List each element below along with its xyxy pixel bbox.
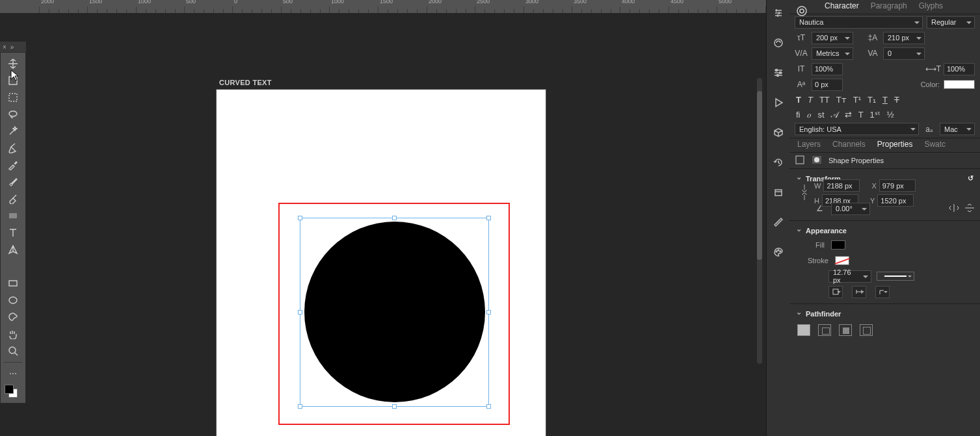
eraser-tool[interactable] (2, 190, 24, 207)
y-field[interactable]: 1520 px (877, 194, 914, 207)
marquee-tool[interactable] (2, 89, 24, 106)
half-icon[interactable]: ½ (887, 110, 894, 120)
brush-tool[interactable] (2, 173, 24, 190)
bold-icon[interactable]: T (796, 95, 801, 105)
reset-transform-icon[interactable]: ↺ (968, 174, 973, 183)
stroke-align-select[interactable] (828, 286, 843, 298)
mask-icon (812, 155, 822, 167)
subscript-icon[interactable]: T₁ (867, 95, 876, 105)
tab-swatches[interactable]: Swatc (924, 140, 946, 149)
pf-unite[interactable] (797, 324, 810, 336)
svg-point-14 (780, 251, 781, 252)
stroke-swatch[interactable] (835, 256, 849, 265)
stroke-caps-select[interactable] (852, 286, 866, 298)
scrollbar-thumb[interactable] (757, 91, 762, 260)
play-icon[interactable] (772, 96, 785, 109)
fractions-icon[interactable]: T (858, 110, 864, 120)
italic-icon[interactable]: T (808, 95, 813, 105)
color-swatches[interactable] (1, 382, 25, 403)
angle-field[interactable]: 0.00° (831, 203, 870, 215)
eyedropper-tool[interactable] (2, 157, 24, 173)
palette-icon[interactable] (772, 246, 785, 259)
antialias-select[interactable]: Mac (940, 123, 975, 135)
baseline-icon: Aª (795, 80, 808, 89)
language-select[interactable]: English: USA (795, 123, 919, 135)
svg-point-15 (797, 6, 806, 16)
pf-subtract[interactable] (818, 324, 831, 336)
link-wh-icon[interactable] (801, 182, 808, 205)
allcaps-icon[interactable]: TT (819, 95, 830, 105)
font-size-field[interactable]: 200 px (812, 32, 853, 44)
presets-icon[interactable] (772, 186, 785, 199)
measure-icon[interactable] (772, 216, 785, 229)
tab-paragraph[interactable]: Paragraph (871, 1, 907, 10)
close-icon[interactable]: × (3, 44, 7, 51)
superscript-icon[interactable]: T¹ (853, 95, 861, 105)
vertical-scrollbar[interactable] (757, 78, 762, 364)
flip-h-icon[interactable] (949, 203, 959, 214)
tab-glyphs[interactable]: Glyphs (919, 1, 943, 10)
appearance-header[interactable]: Appearance (789, 224, 980, 237)
libraries-icon[interactable] (772, 36, 785, 49)
cube-3d-icon[interactable] (772, 126, 785, 139)
kerning-field[interactable]: Metrics (812, 47, 853, 60)
ellipse-tool[interactable] (2, 292, 24, 309)
artboard-tool[interactable] (2, 72, 24, 89)
lasso-tool[interactable] (2, 106, 24, 123)
font-family-select[interactable]: Nautica (795, 16, 923, 29)
magic-wand-tool[interactable] (2, 123, 24, 140)
settings-sliders-icon[interactable] (772, 66, 785, 79)
hscale-field[interactable]: 100% (944, 63, 975, 75)
leading-field[interactable]: 210 px (883, 32, 925, 44)
ordinal-icon[interactable]: 𝑜 (807, 110, 812, 120)
pathfinder-header[interactable]: Pathfinder (789, 307, 980, 320)
ligature-icon[interactable]: fi (796, 110, 801, 120)
smallcaps-icon[interactable]: Tᴛ (836, 95, 847, 105)
tab-properties[interactable]: Properties (877, 140, 913, 149)
tracking-field[interactable]: 0 (883, 47, 925, 60)
pf-exclude[interactable] (860, 324, 873, 336)
move-tool[interactable] (2, 55, 24, 72)
rectangle-tool[interactable] (2, 275, 24, 292)
zoom-tool[interactable] (2, 342, 24, 359)
horizontal-ruler[interactable]: 2000150010005000500100015002000250030003… (0, 0, 766, 13)
x-field[interactable]: 979 px (879, 179, 916, 192)
width-field[interactable]: 2188 px (823, 179, 860, 192)
font-style-select[interactable]: Regular (927, 16, 975, 29)
titling-icon[interactable]: ⇄ (845, 110, 852, 120)
edit-toolbar-icon[interactable]: ⋯ (2, 365, 24, 382)
fill-swatch[interactable] (831, 240, 845, 250)
first-icon[interactable]: 1ˢᵗ (870, 110, 881, 120)
pen-tool-icon[interactable] (2, 140, 24, 157)
text-color-swatch[interactable] (944, 80, 975, 89)
expand-icon[interactable]: » (10, 44, 14, 51)
stroke-style-select[interactable] (877, 272, 914, 281)
strike-icon[interactable]: T (894, 95, 899, 105)
tab-character[interactable]: Character (825, 1, 859, 10)
leading-icon: ‡A (866, 33, 879, 42)
x-label: X (871, 182, 876, 190)
type-tool[interactable] (2, 224, 24, 241)
vscale-field[interactable]: 100% (812, 63, 843, 75)
baseline-field[interactable]: 0 px (812, 79, 843, 91)
tracking-icon: VA (866, 49, 879, 58)
tab-channels[interactable]: Channels (832, 140, 866, 149)
tab-layers[interactable]: Layers (797, 140, 821, 149)
pf-intersect[interactable] (839, 324, 852, 336)
swash-icon[interactable]: 𝒜 (831, 110, 838, 120)
hand-tool[interactable] (2, 326, 24, 342)
path-selection-tool[interactable] (2, 258, 24, 275)
svg-point-9 (779, 72, 781, 74)
toolbox-header[interactable]: × » (0, 42, 26, 52)
gradient-tool[interactable] (2, 207, 24, 224)
pen-tool[interactable] (2, 241, 24, 258)
stylistic-icon[interactable]: st (818, 110, 825, 120)
svg-point-10 (776, 75, 778, 77)
stroke-width-field[interactable]: 12.76 px (828, 270, 871, 283)
underline-icon[interactable]: T (882, 95, 888, 105)
custom-shape-tool[interactable] (2, 309, 24, 326)
stroke-corners-select[interactable] (875, 286, 890, 298)
history-icon[interactable] (772, 156, 785, 169)
adjustments-icon[interactable] (772, 6, 785, 19)
flip-v-icon[interactable] (964, 203, 975, 214)
